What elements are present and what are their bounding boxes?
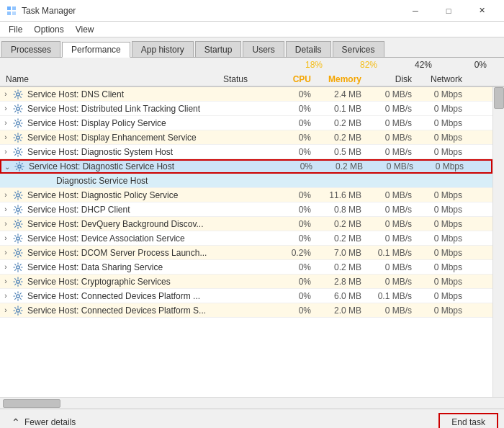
- expand-icon[interactable]: ›: [0, 119, 12, 127]
- process-memory: 0.2 MB: [317, 262, 367, 272]
- close-button[interactable]: ✕: [465, 0, 498, 22]
- process-memory: 0.2 MB: [318, 161, 369, 171]
- process-memory: 0.2 MB: [317, 118, 367, 128]
- expand-icon[interactable]: ›: [0, 249, 12, 257]
- vertical-scrollbar[interactable]: [492, 87, 504, 397]
- table-row[interactable]: Diagnostic Service Host: [0, 174, 492, 188]
- table-row[interactable]: ⌄ Service Host: Diagnostic Service Host0…: [0, 159, 492, 174]
- menu-file[interactable]: File: [3, 23, 28, 36]
- process-cpu: 0%: [274, 147, 317, 157]
- table-row[interactable]: › Service Host: DNS Client0%2.4 MB0 MB/s…: [0, 87, 492, 102]
- status-column-header[interactable]: Status: [223, 74, 274, 84]
- process-cpu: 0%: [274, 233, 317, 244]
- name-column-header[interactable]: Name: [0, 74, 223, 84]
- process-icon: [13, 160, 26, 173]
- table-row[interactable]: › Service Host: Distributed Link Trackin…: [0, 102, 492, 116]
- disk-column-header[interactable]: Disk: [367, 74, 418, 84]
- tab-app-history[interactable]: App history: [132, 41, 194, 57]
- table-row[interactable]: › Service Host: DHCP Client0%0.8 MB0 MB/…: [0, 202, 492, 217]
- menu-view[interactable]: View: [70, 23, 100, 36]
- horizontal-scrollbar[interactable]: [0, 397, 504, 409]
- svg-point-17: [17, 280, 19, 282]
- svg-rect-3: [12, 12, 16, 15]
- table-row[interactable]: › Service Host: Connected Devices Platfo…: [0, 289, 492, 303]
- table-row[interactable]: › Service Host: Diagnostic System Host0%…: [0, 145, 492, 159]
- maximize-button[interactable]: □: [432, 0, 465, 22]
- table-row[interactable]: › Service Host: Data Sharing Service0%0.…: [0, 260, 492, 275]
- column-headers: 18% 82% 42% 0% Name Status CPU Memory Di…: [0, 58, 504, 87]
- process-disk: 0 MB/s: [369, 161, 419, 171]
- expand-icon[interactable]: ›: [0, 277, 12, 285]
- expand-icon[interactable]: ›: [0, 220, 12, 228]
- process-icon: [12, 290, 24, 303]
- expand-icon[interactable]: ›: [0, 306, 12, 314]
- process-cpu: 0%: [274, 262, 317, 272]
- network-column-header[interactable]: Network: [418, 74, 468, 84]
- tab-details[interactable]: Details: [286, 41, 331, 57]
- table-row[interactable]: › Service Host: Display Policy Service0%…: [0, 116, 492, 130]
- title-bar: Task Manager ─ □ ✕: [0, 0, 504, 22]
- process-name: Service Host: Connected Devices Platform…: [27, 291, 223, 301]
- tab-startup[interactable]: Startup: [195, 41, 242, 57]
- process-name: Service Host: Diagnostic Policy Service: [27, 190, 223, 200]
- table-row[interactable]: › Service Host: Cryptographic Services0%…: [0, 275, 492, 289]
- svg-point-5: [17, 107, 19, 110]
- process-disk: 0 MB/s: [367, 262, 418, 272]
- fewer-details-button[interactable]: ⌃ Fewer details: [6, 414, 81, 429]
- process-name: Service Host: DNS Client: [27, 89, 223, 99]
- end-task-button[interactable]: End task: [438, 413, 498, 429]
- expand-icon[interactable]: ›: [0, 234, 12, 242]
- expand-icon[interactable]: ›: [0, 104, 12, 112]
- process-cpu: 0%: [274, 190, 317, 200]
- svg-point-11: [17, 193, 19, 196]
- process-icon: [12, 102, 24, 115]
- svg-point-4: [17, 92, 19, 95]
- process-network: 0 Mbps: [418, 248, 468, 258]
- process-network: 0 Mbps: [418, 277, 468, 287]
- process-network: 0 Mbps: [418, 147, 468, 157]
- process-memory: 0.2 MB: [317, 233, 367, 244]
- expand-icon[interactable]: ›: [0, 133, 12, 141]
- scrollbar-thumb[interactable]: [494, 87, 504, 109]
- app-icon: [6, 5, 17, 17]
- process-memory: 0.5 MB: [317, 147, 367, 157]
- tab-processes[interactable]: Processes: [1, 41, 60, 57]
- process-icon: [12, 232, 24, 245]
- process-memory: 2.8 MB: [317, 277, 367, 287]
- expand-icon[interactable]: ⌄: [1, 163, 13, 171]
- expand-icon[interactable]: ›: [0, 90, 12, 98]
- table-row[interactable]: › Service Host: DevQuery Background Disc…: [0, 217, 492, 231]
- tab-services[interactable]: Services: [333, 41, 384, 57]
- process-name: Service Host: Display Policy Service: [27, 118, 223, 128]
- tab-performance[interactable]: Performance: [62, 42, 130, 58]
- menu-options[interactable]: Options: [28, 23, 69, 36]
- process-disk: 0 MB/s: [367, 147, 418, 157]
- process-icon: [12, 203, 24, 216]
- tab-users[interactable]: Users: [243, 41, 284, 57]
- svg-point-13: [17, 222, 19, 225]
- horizontal-scrollbar-thumb[interactable]: [3, 399, 60, 408]
- table-row[interactable]: › Service Host: DCOM Server Process Laun…: [0, 246, 492, 260]
- memory-column-header[interactable]: Memory: [317, 74, 367, 84]
- expand-icon[interactable]: ›: [0, 148, 12, 156]
- svg-point-19: [17, 308, 19, 311]
- process-network: 0 Mbps: [418, 89, 468, 99]
- expand-icon[interactable]: ›: [0, 263, 12, 271]
- expand-icon[interactable]: ›: [0, 205, 12, 213]
- process-disk: 0 MB/s: [367, 89, 418, 99]
- process-cpu: 0%: [275, 161, 318, 171]
- process-network: 0 Mbps: [419, 161, 469, 171]
- process-cpu: 0%: [274, 306, 317, 316]
- table-row[interactable]: › Service Host: Display Enhancement Serv…: [0, 130, 492, 145]
- minimize-button[interactable]: ─: [399, 0, 432, 22]
- process-name: Service Host: Connected Devices Platform…: [27, 306, 223, 316]
- expand-icon[interactable]: ›: [0, 292, 12, 300]
- table-row[interactable]: › Service Host: Diagnostic Policy Servic…: [0, 188, 492, 202]
- table-row[interactable]: › Service Host: Device Association Servi…: [0, 231, 492, 246]
- expand-icon[interactable]: ›: [0, 191, 12, 199]
- process-network: 0 Mbps: [418, 133, 468, 143]
- table-row[interactable]: › Service Host: Connected Devices Platfo…: [0, 303, 492, 318]
- bottom-bar: ⌃ Fewer details End task: [0, 409, 504, 428]
- cpu-column-header[interactable]: CPU: [274, 74, 317, 84]
- process-network: 0 Mbps: [418, 190, 468, 200]
